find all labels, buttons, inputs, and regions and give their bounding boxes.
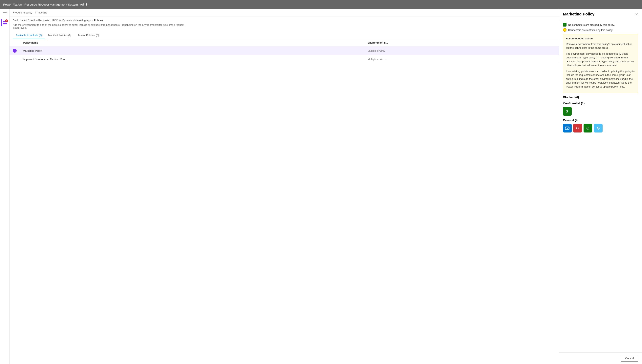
row-check-cell: ✓ [10,46,20,55]
breadcrumb-sep-2: › [92,19,93,22]
connector-icon-office: O [573,124,582,132]
svg-text:$: $ [566,109,568,113]
confidential-section: Confidential (1) $ [563,102,638,116]
details-button[interactable]: i Details [35,11,47,14]
confidential-icons: $ [563,107,638,116]
connector-icon-dollar: $ [563,107,572,116]
add-to-policy-label: + Add to policy [15,11,32,14]
table-row[interactable]: ✓Marketing PolicyMultiple enviro... [10,46,559,55]
svg-rect-2 [3,15,7,15]
general-section: General (4) O [563,118,638,132]
col-header-policy-name [10,39,20,46]
svg-rect-3 [3,21,5,22]
tab-tenant[interactable]: Tenant Policies (0) [75,32,102,39]
cancel-button[interactable]: Cancel [621,355,638,362]
sidebar: 1 [0,9,10,364]
sidebar-icon-requests[interactable]: 1 [1,19,8,26]
plus-icon: + [13,11,15,14]
svg-rect-6 [5,23,7,24]
recommended-para-2: The environment only needs to be added t… [566,52,635,67]
green-check-icon: ✓ [563,23,566,26]
details-label: Details [39,11,47,14]
breadcrumb-item-2[interactable]: POC for Dynamics Marketing App [52,19,91,22]
top-bar: Power Platform Resource Request Manageme… [0,0,642,9]
recommended-title: Recommended action [566,37,635,40]
row-policy-name: Marketing Policy [20,46,364,55]
recommended-para-3: If no existing policies work, consider i… [566,69,635,89]
tabs-container: Available to include (3) Modified Polici… [10,32,559,39]
col-header-env: Environment fil... [364,39,559,46]
breadcrumb: Environment Creation Requests › POC for … [10,16,559,22]
notification-badge: 1 [5,20,8,22]
add-to-policy-button[interactable]: + + Add to policy [13,11,32,14]
yellow-dot-icon [563,28,566,32]
row-env-filter: Multiple enviro... [364,55,559,63]
svg-point-11 [587,128,588,128]
panel-body: ✓ No connectors are blocked by this poli… [559,20,642,352]
blocked-section: Blocked (0) [563,96,638,99]
toolbar: + + Add to policy i Details [10,9,559,16]
svg-point-12 [598,128,598,128]
info-icon: i [35,11,39,14]
status-row-1: ✓ No connectors are blocked by this poli… [563,23,638,26]
tab-available[interactable]: Available to include (3) [13,32,45,39]
page-description: Add the environment to one of the polici… [10,22,188,32]
row-check-cell [10,55,20,63]
panel-close-button[interactable]: ✕ [635,12,638,16]
blocked-title: Blocked (0) [563,96,638,99]
policy-table: Policy name Environment fil... ✓Marketin… [10,39,559,63]
row-policy-name: Approved Developers - Medium Risk [20,55,364,63]
content-area: + + Add to policy i Details Environment … [10,9,559,364]
right-panel: Marketing Policy ✕ ✓ No connectors are b… [559,9,642,364]
general-title: General (4) [563,118,638,122]
status-row-2: Connectors are restricted by this policy… [563,28,638,32]
status-text-1: No connectors are blocked by this policy… [568,23,615,26]
col-header-name: Policy name [20,39,364,46]
row-env-filter: Multiple enviro... [364,46,559,55]
breadcrumb-item-3: Policies [94,19,103,22]
general-icons: O [563,124,638,132]
recommended-action-box: Recommended action Remove environment fr… [563,34,638,93]
connector-icon-exchange [563,124,572,132]
confidential-title: Confidential (1) [563,102,638,105]
breadcrumb-item-1[interactable]: Environment Creation Requests [13,19,49,22]
tab-modified[interactable]: Modified Policies (0) [45,32,75,39]
breadcrumb-sep-1: › [50,19,51,22]
svg-text:O: O [576,126,578,130]
policy-table-area: Policy name Environment fil... ✓Marketin… [10,39,559,364]
hamburger-menu[interactable] [1,10,8,18]
recommended-para-1: Remove environment from this policy's en… [566,42,635,50]
check-icon: ✓ [13,49,17,53]
svg-rect-8 [565,127,569,130]
svg-rect-5 [3,23,5,24]
panel-title: Marketing Policy [563,12,594,16]
table-row[interactable]: Approved Developers - Medium RiskMultipl… [10,55,559,63]
panel-footer: Cancel [559,352,642,364]
connector-icon-green [583,124,592,132]
connector-icon-blue [594,124,602,132]
panel-header: Marketing Policy ✕ [559,9,642,20]
app-title: Power Platform Resource Request Manageme… [3,3,89,6]
svg-rect-1 [3,14,7,14]
status-text-2: Connectors are restricted by this policy… [568,28,613,32]
svg-rect-0 [3,12,7,13]
